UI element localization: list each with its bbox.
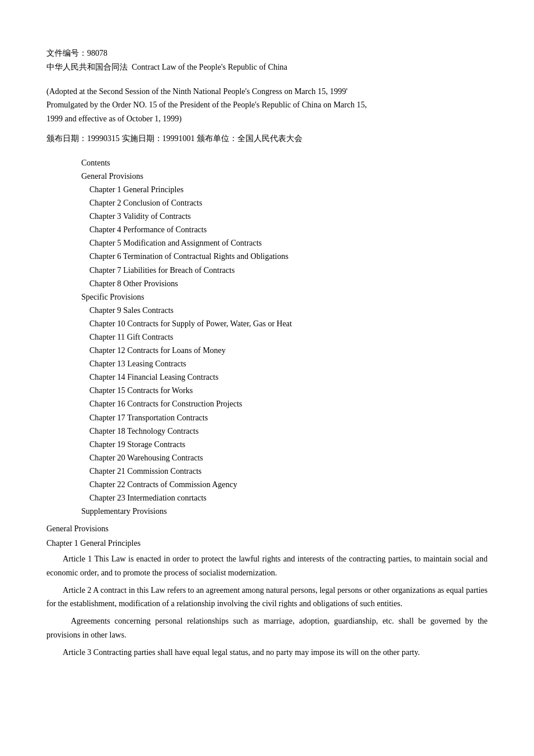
article3-text: Article 3 Contracting parties shall have… [46, 646, 488, 660]
toc-general-provisions-label: General Provisions [81, 170, 488, 183]
intro-line1: (Adopted at the Second Session of the Ni… [46, 87, 348, 96]
meta-dates: 颁布日期：19990315 实施日期：19991001 颁布单位：全国人民代表大… [46, 132, 488, 146]
article1-text: Article 1 This Law is enacted in order t… [46, 552, 488, 580]
toc-specific-provisions-label: Specific Provisions [81, 290, 488, 304]
article2-para1-text: Article 2 A contract in this Law refers … [46, 584, 488, 611]
article2-para2-text: Agreements concerning personal relations… [46, 614, 488, 642]
toc-chapter14: Chapter 14 Financial Leasing Contracts [89, 370, 488, 384]
doc-meta: 文件编号：98078 中华人民共和国合同法 Contract Law of th… [46, 46, 488, 74]
toc-chapter5: Chapter 5 Modification and Assignment of… [89, 236, 488, 250]
toc-chapter3: Chapter 3 Validity of Contracts [89, 210, 488, 223]
toc-chapter1: Chapter 1 General Principles [89, 183, 488, 196]
toc-chapter9: Chapter 9 Sales Contracts [89, 304, 488, 317]
toc-chapter20: Chapter 20 Warehousing Contracts [89, 451, 488, 465]
toc-chapter22: Chapter 22 Contracts of Commission Agenc… [89, 478, 488, 491]
toc-chapter21: Chapter 21 Commission Contracts [89, 465, 488, 478]
intro-line2: Promulgated by the Order NO. 15 of the P… [46, 100, 367, 109]
toc-chapter19: Chapter 19 Storage Contracts [89, 438, 488, 451]
file-number-label: 文件编号： [46, 49, 87, 57]
body-general-provisions-label: General Provisions [46, 523, 488, 535]
title-english: Contract Law of the People's Republic of… [132, 63, 287, 71]
toc-chapter23: Chapter 23 Intermediation conrtacts [89, 491, 488, 505]
toc-chapter2: Chapter 2 Conclusion of Contracts [89, 196, 488, 210]
toc-chapter7: Chapter 7 Liabilities for Breach of Cont… [89, 264, 488, 277]
toc-supplementary-label: Supplementary Provisions [81, 505, 488, 518]
body-section: General Provisions Chapter 1 General Pri… [46, 523, 488, 659]
toc-chapter17: Chapter 17 Transportation Contracts [89, 411, 488, 424]
toc-chapter12: Chapter 12 Contracts for Loans of Money [89, 344, 488, 357]
toc-contents-label: Contents [81, 156, 488, 170]
file-number: 98078 [87, 49, 107, 57]
file-number-line: 文件编号：98078 [46, 46, 488, 60]
toc-chapter10: Chapter 10 Contracts for Supply of Power… [89, 317, 488, 330]
toc-chapter6: Chapter 6 Termination of Contractual Rig… [89, 250, 488, 263]
body-chapter1-label: Chapter 1 General Principles [46, 537, 488, 550]
toc-chapter18: Chapter 18 Technology Contracts [89, 424, 488, 438]
toc-chapter15: Chapter 15 Contracts for Works [89, 384, 488, 397]
toc-chapter8: Chapter 8 Other Provisions [89, 277, 488, 290]
toc-chapter4: Chapter 4 Performance of Contracts [89, 223, 488, 236]
title-line: 中华人民共和国合同法 Contract Law of the People's … [46, 60, 488, 74]
toc-chapter13: Chapter 13 Leasing Contracts [89, 357, 488, 370]
title-chinese: 中华人民共和国合同法 [46, 63, 128, 71]
toc-section: Contents General Provisions Chapter 1 Ge… [81, 156, 488, 519]
toc-chapter16: Chapter 16 Contracts for Construction Pr… [89, 397, 488, 411]
intro-line3: 1999 and effective as of October 1, 1999… [46, 114, 182, 123]
intro-block: (Adopted at the Second Session of the Ni… [46, 85, 488, 126]
toc-chapter11: Chapter 11 Gift Contracts [89, 330, 488, 344]
dates-text: 颁布日期：19990315 实施日期：19991001 颁布单位：全国人民代表大… [46, 134, 302, 143]
